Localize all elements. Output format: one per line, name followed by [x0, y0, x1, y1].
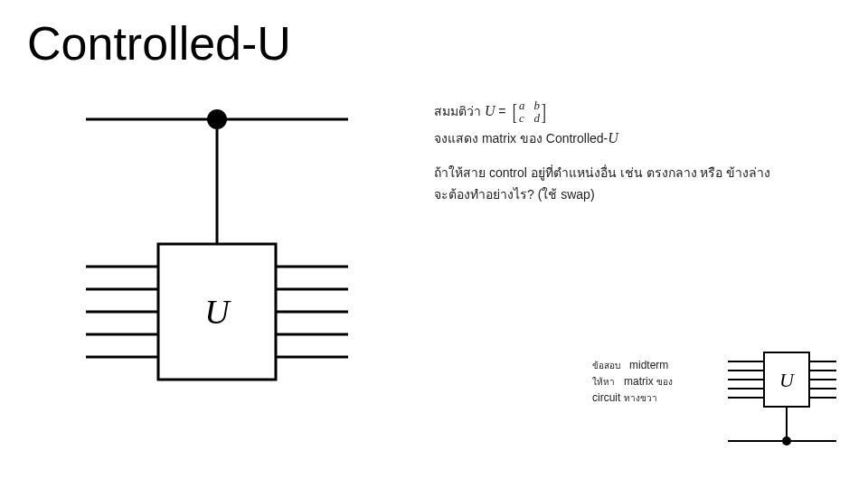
matrix-entry-a: a	[519, 99, 525, 112]
small-u-box-label: U	[779, 369, 796, 391]
right-side-word: ทางขวา	[624, 393, 657, 403]
matrix-entry-d: d	[534, 112, 541, 125]
matrix-word-2: matrix	[624, 375, 654, 388]
matrix-entry-c: c	[519, 112, 525, 125]
equals-sign: =	[498, 104, 509, 118]
circuit-word: circuit	[592, 391, 620, 404]
find-word: ให้หา	[592, 377, 615, 387]
matrix-2x2: [ a b c d ]	[511, 99, 547, 125]
midterm-line3: circuit ทางขวา	[592, 389, 710, 406]
controlled-prefix: Controlled-	[546, 131, 608, 145]
left-bracket-icon: [	[513, 100, 517, 124]
matrix-word: matrix	[482, 131, 516, 145]
midterm-word: midterm	[629, 359, 668, 371]
of-word-2: ของ	[656, 377, 673, 387]
midterm-note: ข้อสอบ midterm ให้หา matrix ของ circuit …	[592, 357, 710, 406]
assumption-line: สมมติว่า U = [ a b c d ]	[434, 99, 832, 125]
matrix-entry-b: b	[534, 99, 541, 112]
svg-point-27	[782, 436, 791, 446]
small-circuit-diagram: U	[723, 343, 841, 465]
show-prefix: จงแสดง	[434, 131, 482, 145]
followup-q2: จะต้องทำอย่างไร? (ใช้ swap)	[434, 184, 832, 204]
task-line: จงแสดง matrix ของ Controlled-U	[434, 127, 832, 150]
problem-description: สมมติว่า U = [ a b c d ] จงแสดง matrix ข…	[434, 99, 832, 205]
controlled-u-symbol: U	[608, 130, 618, 145]
right-bracket-icon: ]	[542, 100, 546, 124]
u-symbol: U	[485, 103, 495, 118]
followup-q1: ถ้าให้สาย control อยู่ที่ตำแหน่งอื่น เช่…	[434, 163, 832, 183]
assume-prefix: สมมติว่า	[434, 104, 485, 118]
controlled-u-diagram: U	[77, 99, 357, 428]
midterm-line1: ข้อสอบ midterm	[592, 357, 710, 373]
exam-word: ข้อสอบ	[592, 361, 620, 371]
u-box-label: U	[204, 293, 231, 331]
of-word: ของ	[520, 131, 546, 145]
page-title: Controlled-U	[27, 16, 291, 70]
midterm-line2: ให้หา matrix ของ	[592, 373, 710, 389]
